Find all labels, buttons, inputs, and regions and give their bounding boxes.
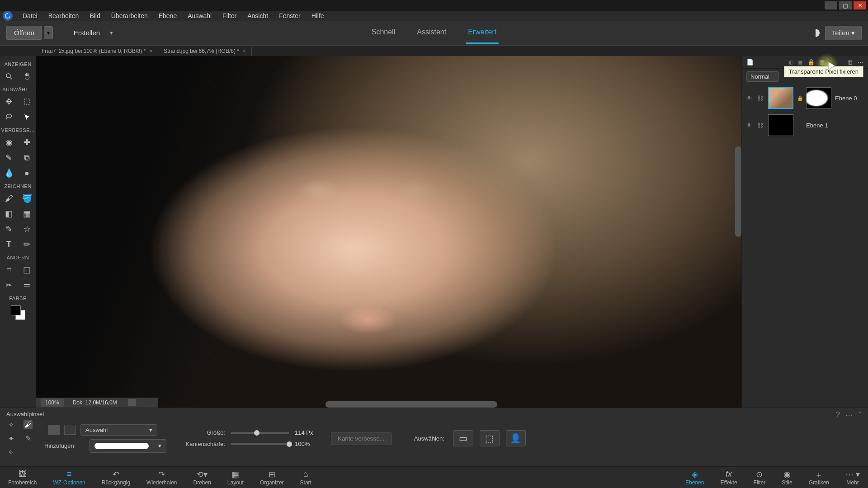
delete-layer-icon[interactable]: 🗑	[847, 59, 853, 66]
bb-rueckgaengig[interactable]: ↶Rückgängig	[94, 469, 138, 486]
layer-name-1[interactable]: Ebene 1	[806, 122, 828, 129]
healing-tool-icon[interactable]: ✚	[22, 137, 32, 147]
menu-filter[interactable]: Filter	[217, 11, 242, 20]
window-close-button[interactable]: ✕	[854, 1, 866, 9]
smartbrush-tool-icon[interactable]: ✎	[4, 153, 14, 163]
crop-tool-icon[interactable]: ⌗	[4, 265, 14, 275]
blend-mode-select[interactable]: Normal	[746, 71, 779, 82]
bucket-tool-icon[interactable]: 🪣	[22, 193, 32, 203]
menu-bearbeiten[interactable]: Bearbeiten	[43, 11, 85, 20]
window-minimize-button[interactable]: –	[825, 1, 837, 9]
zoom-tool-icon[interactable]	[4, 71, 14, 81]
pencil-tool-icon[interactable]: ✏	[22, 239, 32, 249]
brush-view-new-icon[interactable]	[48, 425, 60, 435]
layer-row-0[interactable]: 👁 ⛓ 🔒 Ebene 0	[742, 84, 868, 112]
bb-grafiken[interactable]: ＋Grafiken	[801, 469, 837, 486]
brush-view-overlay-icon[interactable]	[64, 425, 76, 435]
sponge-tool-icon[interactable]: ●	[22, 168, 32, 178]
lock-layer-icon[interactable]: 🔒	[807, 59, 815, 66]
marquee-tool-icon[interactable]	[22, 97, 32, 107]
lock-transparency-icon[interactable]: ▦	[819, 59, 825, 66]
help-icon[interactable]: ?	[836, 411, 840, 419]
open-button[interactable]: Öffnen	[6, 26, 42, 40]
clone-tool-icon[interactable]: ⧉	[22, 153, 32, 163]
recompose-tool-icon[interactable]: ◫	[22, 265, 32, 275]
tab-assistent[interactable]: Assistent	[415, 22, 448, 44]
mask-layer-icon[interactable]: ◼	[798, 59, 803, 66]
mode-dropdown[interactable]: Auswahl▾	[80, 424, 157, 436]
content-move-tool-icon[interactable]: ✂	[4, 280, 14, 290]
menu-hilfe[interactable]: Hilfe	[306, 11, 330, 20]
layer-visibility-icon[interactable]: 👁	[746, 95, 754, 102]
open-dropdown-button[interactable]: ▾	[44, 26, 53, 39]
layer-name-0[interactable]: Ebene 0	[835, 95, 857, 102]
panel-menu-icon[interactable]: ⋯	[858, 59, 863, 66]
bb-drehen[interactable]: ⟲▾Drehen	[185, 469, 219, 486]
create-button[interactable]: Erstellen	[66, 26, 107, 39]
layer-thumbnail-0[interactable]	[768, 87, 793, 109]
bb-wz-optionen[interactable]: ≡WZ-Optionen	[45, 469, 93, 486]
menu-auswahl[interactable]: Auswahl	[182, 11, 217, 20]
hand-tool-icon[interactable]	[22, 71, 32, 81]
document-tab-0[interactable]: Frau7_2x.jpg bei 100% (Ebene 0, RGB/8) *…	[36, 47, 158, 56]
layer-link-icon[interactable]: ⛓	[757, 122, 764, 129]
size-slider[interactable]	[231, 432, 289, 434]
hardness-slider-knob[interactable]	[287, 441, 292, 447]
bb-mehr[interactable]: ⋯ ▾Mehr	[837, 469, 868, 486]
tab-schnell[interactable]: Schnell	[370, 22, 397, 44]
eraser-tool-icon[interactable]: ◧	[4, 209, 14, 219]
straighten-tool-icon[interactable]: ═	[22, 280, 32, 290]
share-button[interactable]: Teilen ▾	[825, 26, 862, 40]
select-background-icon[interactable]: ⬚	[480, 430, 500, 446]
refine-edge-button[interactable]: Kante verbesse...	[331, 432, 392, 445]
canvas-vertical-scrollbar[interactable]	[735, 146, 741, 237]
options-menu-icon[interactable]: ⋯	[845, 411, 853, 419]
variant-selectionbrush-icon[interactable]: 🖌	[24, 420, 33, 429]
brush-preset-dropdown[interactable]: ▾	[90, 439, 166, 453]
lasso-tool-icon[interactable]	[4, 112, 14, 122]
bb-stile[interactable]: ◉Stile	[774, 469, 800, 486]
select-subject-icon[interactable]: ▭	[453, 430, 473, 446]
variant-magicwand-icon[interactable]: ✦	[6, 434, 15, 443]
quick-select-tool-icon[interactable]	[22, 112, 32, 122]
move-tool-icon[interactable]: ✥	[4, 97, 14, 107]
select-sky-icon[interactable]: 👤	[506, 430, 526, 446]
redeye-tool-icon[interactable]: ◉	[4, 137, 14, 147]
bb-effekte[interactable]: fxEffekte	[712, 469, 745, 486]
eyedropper-tool-icon[interactable]: ✎	[4, 224, 14, 234]
bb-organizer[interactable]: ⊞Organizer	[252, 469, 292, 486]
bb-layout[interactable]: ▦Layout	[219, 469, 252, 486]
menu-fenster[interactable]: Fenster	[274, 11, 306, 20]
layer-mask-thumbnail-0[interactable]	[806, 87, 831, 109]
menu-ansicht[interactable]: Ansicht	[242, 11, 274, 20]
menu-datei[interactable]: Datei	[17, 11, 43, 20]
create-chevron-icon[interactable]: ▾	[110, 29, 113, 36]
layer-link-icon[interactable]: ⛓	[757, 95, 764, 102]
docstats-dropdown-icon[interactable]	[128, 399, 136, 406]
document-tab-1[interactable]: Strand.jpg bei 66,7% (RGB/8) *×	[158, 47, 252, 56]
menu-ueberarbeiten[interactable]: Überarbeiten	[106, 11, 153, 20]
gradient-tool-icon[interactable]: ▦	[22, 209, 32, 219]
foreground-color-swatch[interactable]	[11, 305, 21, 315]
hardness-slider[interactable]	[231, 443, 289, 445]
tab-erweitert[interactable]: Erweitert	[466, 22, 498, 44]
adjust-layer-icon[interactable]: ◐	[788, 59, 793, 66]
menu-bild[interactable]: Bild	[84, 11, 105, 20]
bb-start[interactable]: ⌂Start	[292, 469, 320, 486]
menu-ebene[interactable]: Ebene	[153, 11, 182, 20]
options-collapse-icon[interactable]: ˅	[858, 411, 862, 419]
new-layer-icon[interactable]: 📄	[746, 59, 754, 66]
layer-row-1[interactable]: 👁 ⛓ Ebene 1	[742, 112, 868, 139]
zoom-level[interactable]: 100%	[41, 399, 64, 407]
bb-wiederholen[interactable]: ↷Wiederholen	[138, 469, 185, 486]
size-slider-knob[interactable]	[254, 430, 259, 436]
window-maximize-button[interactable]: ▢	[839, 1, 852, 9]
variant-autoselect-icon[interactable]: ⟐	[6, 447, 15, 456]
text-tool-icon[interactable]: T	[4, 239, 14, 249]
canvas-area[interactable]: 100% Dok: 12,0M/16,0M	[36, 56, 741, 408]
layer-thumbnail-1[interactable]	[768, 114, 793, 136]
doctab-close-1[interactable]: ×	[243, 48, 246, 54]
color-swatch[interactable]	[11, 305, 25, 320]
hardness-value[interactable]: 100%	[295, 441, 322, 447]
canvas-horizontal-scrollbar[interactable]	[326, 401, 497, 408]
